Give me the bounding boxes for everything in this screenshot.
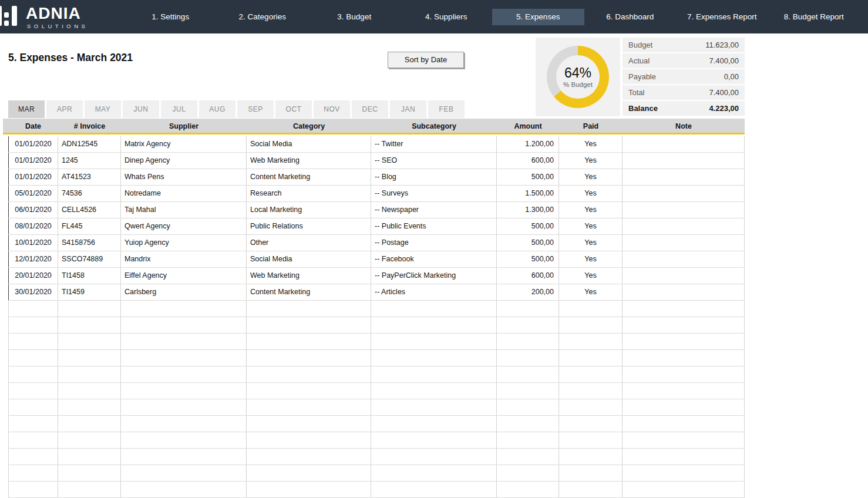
- cell-subcategory[interactable]: -- Public Events: [371, 218, 497, 234]
- cell-amount[interactable]: 600,00: [497, 268, 559, 284]
- cell-amount[interactable]: 1.500,00: [497, 186, 559, 201]
- empty-cell-amount[interactable]: [497, 350, 559, 366]
- cell-subcategory[interactable]: -- Surveys: [371, 186, 497, 201]
- cell-supplier[interactable]: Yuiop Agency: [121, 235, 247, 251]
- month-tab-dec[interactable]: DEC: [352, 100, 388, 118]
- month-tab-jun[interactable]: JUN: [123, 100, 159, 118]
- month-tab-sep[interactable]: SEP: [237, 100, 274, 118]
- cell-invoice[interactable]: CELL4526: [58, 202, 121, 218]
- empty-cell-paid[interactable]: [559, 366, 623, 382]
- cell-paid[interactable]: Yes: [559, 235, 623, 251]
- empty-cell-invoice[interactable]: [58, 399, 121, 415]
- empty-cell-date[interactable]: [8, 366, 58, 382]
- cell-paid[interactable]: Yes: [559, 218, 623, 234]
- empty-cell-supplier[interactable]: [121, 366, 247, 382]
- empty-cell-category[interactable]: [247, 465, 371, 481]
- month-tab-apr[interactable]: APR: [46, 100, 83, 118]
- empty-cell-note[interactable]: [623, 432, 745, 448]
- empty-cell-invoice[interactable]: [58, 432, 121, 448]
- cell-date[interactable]: 10/01/2020: [8, 235, 58, 251]
- empty-cell-amount[interactable]: [497, 465, 559, 481]
- cell-amount[interactable]: 500,00: [497, 218, 559, 234]
- cell-paid[interactable]: Yes: [559, 251, 623, 267]
- cell-amount[interactable]: 500,00: [497, 251, 559, 267]
- empty-cell-note[interactable]: [623, 482, 745, 497]
- cell-invoice[interactable]: FL445: [58, 218, 121, 234]
- empty-cell-invoice[interactable]: [58, 383, 121, 399]
- cell-note[interactable]: [623, 251, 745, 267]
- empty-cell-amount[interactable]: [497, 366, 559, 382]
- empty-cell-amount[interactable]: [497, 383, 559, 399]
- empty-cell-amount[interactable]: [497, 449, 559, 465]
- cell-date[interactable]: 05/01/2020: [8, 186, 58, 201]
- empty-cell-paid[interactable]: [559, 465, 623, 481]
- sort-by-date-button[interactable]: Sort by Date: [388, 52, 464, 68]
- empty-cell-invoice[interactable]: [58, 482, 121, 497]
- empty-cell-category[interactable]: [247, 432, 371, 448]
- cell-supplier[interactable]: Carlsberg: [121, 284, 247, 300]
- cell-amount[interactable]: 500,00: [497, 169, 559, 185]
- empty-cell-category[interactable]: [247, 449, 371, 465]
- empty-cell-paid[interactable]: [559, 301, 623, 317]
- cell-subcategory[interactable]: -- Twitter: [371, 136, 497, 152]
- empty-cell-subcategory[interactable]: [371, 482, 497, 497]
- empty-cell-note[interactable]: [623, 334, 745, 349]
- cell-invoice[interactable]: 74536: [58, 186, 121, 201]
- empty-cell-category[interactable]: [247, 366, 371, 382]
- cell-paid[interactable]: Yes: [559, 202, 623, 218]
- empty-cell-date[interactable]: [8, 383, 58, 399]
- cell-note[interactable]: [623, 218, 745, 234]
- cell-subcategory[interactable]: -- Articles: [371, 284, 497, 300]
- empty-cell-category[interactable]: [247, 334, 371, 349]
- empty-cell-paid[interactable]: [559, 416, 623, 432]
- empty-cell-date[interactable]: [8, 317, 58, 333]
- cell-paid[interactable]: Yes: [559, 153, 623, 169]
- empty-cell-supplier[interactable]: [121, 465, 247, 481]
- nav-tab-4-suppliers[interactable]: 4. Suppliers: [401, 9, 493, 25]
- empty-cell-paid[interactable]: [559, 383, 623, 399]
- nav-tab-2-categories[interactable]: 2. Categories: [217, 9, 309, 25]
- cell-note[interactable]: [623, 186, 745, 201]
- cell-paid[interactable]: Yes: [559, 186, 623, 201]
- cell-date[interactable]: 30/01/2020: [8, 284, 58, 300]
- empty-cell-supplier[interactable]: [121, 482, 247, 497]
- empty-cell-paid[interactable]: [559, 449, 623, 465]
- empty-cell-supplier[interactable]: [121, 334, 247, 349]
- cell-category[interactable]: Content Marketing: [247, 284, 371, 300]
- empty-cell-category[interactable]: [247, 482, 371, 497]
- empty-cell-category[interactable]: [247, 399, 371, 415]
- empty-cell-subcategory[interactable]: [371, 449, 497, 465]
- empty-cell-subcategory[interactable]: [371, 366, 497, 382]
- cell-paid[interactable]: Yes: [559, 169, 623, 185]
- cell-note[interactable]: [623, 284, 745, 300]
- cell-note[interactable]: [623, 153, 745, 169]
- cell-paid[interactable]: Yes: [559, 284, 623, 300]
- cell-category[interactable]: Public Relations: [247, 218, 371, 234]
- empty-cell-amount[interactable]: [497, 432, 559, 448]
- empty-cell-invoice[interactable]: [58, 416, 121, 432]
- empty-cell-category[interactable]: [247, 301, 371, 317]
- empty-cell-note[interactable]: [623, 366, 745, 382]
- empty-cell-amount[interactable]: [497, 399, 559, 415]
- cell-note[interactable]: [623, 235, 745, 251]
- empty-cell-paid[interactable]: [559, 350, 623, 366]
- cell-supplier[interactable]: Matrix Agency: [121, 136, 247, 152]
- empty-cell-subcategory[interactable]: [371, 416, 497, 432]
- cell-subcategory[interactable]: -- PayPerClick Marketing: [371, 268, 497, 284]
- empty-cell-note[interactable]: [623, 350, 745, 366]
- month-tab-mar[interactable]: MAR: [8, 100, 45, 118]
- cell-date[interactable]: 08/01/2020: [8, 218, 58, 234]
- nav-tab-8-budget-report[interactable]: 8. Budget Report: [768, 9, 860, 25]
- cell-amount[interactable]: 500,00: [497, 235, 559, 251]
- empty-cell-note[interactable]: [623, 317, 745, 333]
- empty-cell-paid[interactable]: [559, 334, 623, 349]
- cell-note[interactable]: [623, 136, 745, 152]
- cell-supplier[interactable]: Mandrix: [121, 251, 247, 267]
- empty-cell-category[interactable]: [247, 383, 371, 399]
- cell-amount[interactable]: 1.300,00: [497, 202, 559, 218]
- empty-cell-date[interactable]: [8, 350, 58, 366]
- empty-cell-paid[interactable]: [559, 317, 623, 333]
- cell-note[interactable]: [623, 268, 745, 284]
- empty-cell-subcategory[interactable]: [371, 383, 497, 399]
- cell-category[interactable]: Local Marketing: [247, 202, 371, 218]
